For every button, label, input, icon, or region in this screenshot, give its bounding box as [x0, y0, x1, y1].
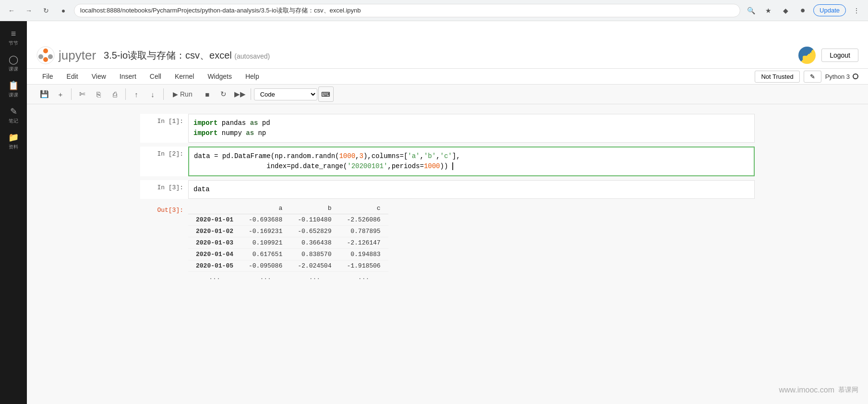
left-sidebar: ≡ 节节 ◯ 课课 📋 课课 ✎ 笔记 📁 资料	[0, 21, 27, 404]
notebook-content: In [1]: import pandas as pd import numpy…	[27, 104, 868, 404]
table-row: 2020-01-05 -0.095086 -2.024504 -1.918506	[188, 260, 388, 272]
menu-kernel[interactable]: Kernel	[169, 70, 200, 83]
row-0-b: -0.110480	[290, 214, 339, 226]
ellipsis-c: ...	[339, 272, 388, 283]
jupyter-logo-graphic	[36, 46, 55, 64]
pandas-id: pandas	[222, 119, 250, 127]
move-up-button[interactable]: ↑	[129, 86, 144, 102]
toolbar: 💾 + ✄ ⎘ ⎙ ↑ ↓ ▶ Run ■ ↻ ▶▶ Code Markdown…	[27, 85, 868, 104]
row-0-c: -2.526086	[339, 214, 388, 226]
account-icon[interactable]: ●	[796, 4, 809, 17]
cell-3-input[interactable]: data	[188, 180, 755, 199]
menu-bar: File Edit View Insert Cell Kernel Widget…	[27, 69, 868, 85]
indent-space: index=pd.date_range(	[194, 162, 347, 170]
toolbar-divider-3	[163, 88, 164, 100]
row-2-c: -2.126147	[339, 237, 388, 249]
watermark: www.imooc.com 慕课网	[779, 386, 858, 394]
th-c: c	[339, 203, 388, 214]
row-3-index: 2020-01-04	[188, 249, 241, 260]
pd-id: pd	[262, 119, 270, 127]
forward-button[interactable]: →	[22, 4, 36, 17]
cell-1-line-1: import pandas as pd	[193, 118, 749, 128]
row-4-a: -0.095086	[241, 260, 290, 272]
row-4-c: -1.918506	[339, 260, 388, 272]
notebook-title-text: 3.5-io读取与存储：csv、excel	[104, 50, 232, 61]
not-trusted-button[interactable]: Not Trusted	[755, 71, 799, 83]
ellipsis-a: ...	[241, 272, 290, 283]
row-2-b: 0.366438	[290, 237, 339, 249]
table-row: 2020-01-02 -0.169231 -0.652829 0.787895	[188, 226, 388, 237]
edit-metadata-button[interactable]: ✎	[804, 71, 821, 83]
logout-button[interactable]: Logout	[821, 49, 858, 62]
kernel-name: Python 3	[825, 73, 850, 80]
copy-button[interactable]: ⎘	[91, 86, 106, 102]
search-icon[interactable]: 🔍	[744, 4, 758, 17]
row-3-c: 0.194883	[339, 249, 388, 260]
col-a: 'a'	[408, 152, 420, 160]
toolbar-divider-1	[71, 88, 72, 100]
comma-2: ,	[420, 152, 424, 160]
sidebar-item-notes[interactable]: 📋 课课	[2, 77, 25, 101]
run-button[interactable]: ▶ Run	[167, 88, 199, 100]
sidebar-item-menu[interactable]: ≡ 节节	[2, 26, 25, 49]
paste-button[interactable]: ⎙	[107, 86, 122, 102]
menu-icon: ≡	[11, 29, 16, 39]
dataframe-table: a b c 2020-01-01 -0.693688 -0.110480 -2.…	[188, 203, 388, 283]
menu-insert[interactable]: Insert	[114, 70, 142, 83]
url-text: localhost:8888/notebooks/PycharmProjects…	[80, 6, 361, 15]
menu-right: Not Trusted ✎ Python 3	[755, 71, 858, 83]
col-c: 'c'	[440, 152, 452, 160]
back-button[interactable]: ←	[5, 4, 18, 17]
cell-3-prompt: In [3]:	[140, 180, 188, 199]
run-icon: ▶	[173, 90, 178, 98]
cut-button[interactable]: ✄	[74, 86, 90, 102]
menu-widgets[interactable]: Widgets	[202, 70, 238, 83]
update-button[interactable]: Update	[813, 4, 846, 16]
row-3-b: 0.838570	[290, 249, 339, 260]
home-button[interactable]: ●	[57, 4, 70, 17]
th-b: b	[290, 203, 339, 214]
cell-3: In [3]: data	[140, 180, 755, 199]
cell-2-input[interactable]: data = pd.DataFrame(np.random.randn(1000…	[188, 147, 755, 176]
restart-run-button[interactable]: ▶▶	[232, 86, 248, 102]
cell-2-line-2: index=pd.date_range('20200101',periods=1…	[194, 161, 749, 171]
output-cell-3: Out[3]: a b c 2	[140, 203, 755, 283]
sidebar-item-resources[interactable]: 📁 资料	[2, 129, 25, 153]
menu-view[interactable]: View	[86, 70, 112, 83]
table-row: 2020-01-01 -0.693688 -0.110480 -2.526086	[188, 214, 388, 226]
svg-point-2	[43, 57, 48, 62]
cols-start: ),columns=[	[363, 152, 408, 160]
cell-1: In [1]: import pandas as pd import numpy…	[140, 114, 755, 143]
add-cell-button[interactable]: +	[53, 86, 68, 102]
restart-button[interactable]: ↻	[216, 86, 231, 102]
kernel-status-circle	[853, 73, 858, 79]
python-logo	[798, 47, 816, 64]
ellipsis-index: ...	[188, 272, 241, 283]
th-a: a	[241, 203, 290, 214]
pencil-icon: ✎	[10, 106, 17, 117]
keyboard-shortcuts-button[interactable]: ⌨	[318, 86, 334, 102]
address-bar[interactable]: localhost:8888/notebooks/PycharmProjects…	[74, 4, 740, 17]
output-3-content: a b c 2020-01-01 -0.693688 -0.110480 -2.…	[188, 203, 755, 283]
sidebar-item-search[interactable]: ◯ 课课	[2, 51, 25, 75]
cell-1-input[interactable]: import pandas as pd import numpy as np	[188, 114, 755, 143]
menu-cell[interactable]: Cell	[144, 70, 167, 83]
svg-point-1	[43, 49, 48, 53]
table-row: 2020-01-04 0.617651 0.838570 0.194883	[188, 249, 388, 260]
more-options-icon[interactable]: ⋮	[850, 4, 863, 17]
reload-button[interactable]: ↻	[39, 4, 53, 17]
move-down-button[interactable]: ↓	[145, 86, 160, 102]
menu-file[interactable]: File	[36, 70, 59, 83]
svg-point-3	[38, 54, 43, 59]
as-keyword-2: as	[246, 129, 254, 137]
cell-type-select[interactable]: Code Markdown Raw NBConvert Heading	[254, 88, 317, 100]
bookmark-icon[interactable]: ★	[761, 4, 775, 17]
comma-3: ,	[436, 152, 440, 160]
save-button[interactable]: 💾	[36, 86, 52, 102]
sidebar-item-pencil[interactable]: ✎ 笔记	[2, 103, 25, 127]
menu-help[interactable]: Help	[240, 70, 265, 83]
menu-edit[interactable]: Edit	[61, 70, 84, 83]
interrupt-button[interactable]: ■	[200, 86, 215, 102]
extension-icon[interactable]: ◆	[779, 4, 792, 17]
bracket-1: ],	[452, 152, 460, 160]
